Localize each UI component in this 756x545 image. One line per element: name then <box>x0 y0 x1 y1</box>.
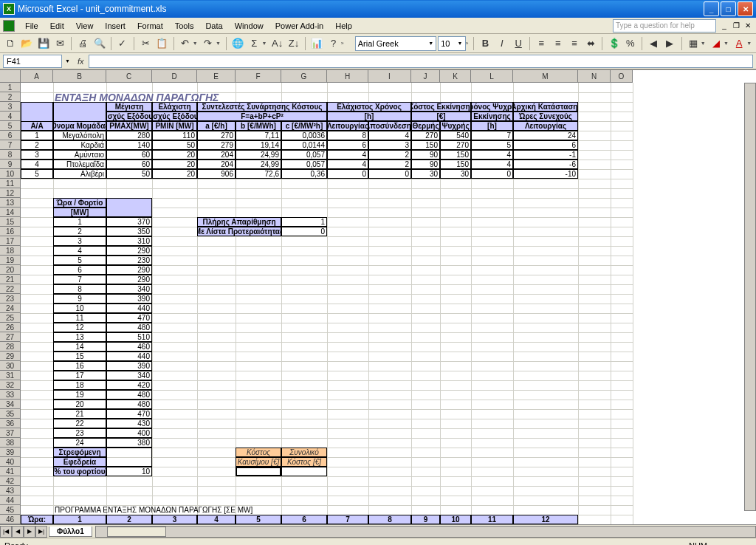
sum-drop[interactable]: ▼ <box>262 41 269 46</box>
cell[interactable]: Κόστος Εκκίνησης <box>411 102 471 112</box>
row-header-31[interactable]: 31 <box>0 371 21 380</box>
cell[interactable]: 150 <box>411 140 440 150</box>
cell[interactable]: 1 <box>53 217 106 227</box>
chart-button[interactable]: 📊 <box>309 35 324 52</box>
cell[interactable]: 10 <box>106 467 152 476</box>
cell[interactable]: Πλήρης Απαρίθμηση <box>197 217 281 227</box>
cell[interactable]: 2 <box>21 140 53 150</box>
row-header-3[interactable]: 3 <box>0 102 21 112</box>
bold-button[interactable]: B <box>478 35 492 52</box>
cell[interactable]: Εκκίνησης <box>471 112 513 121</box>
cell[interactable]: 290 <box>106 265 152 275</box>
cell[interactable]: 3 <box>368 140 411 150</box>
cell[interactable]: 24,99 <box>236 160 281 169</box>
cell[interactable]: 20 <box>152 169 197 179</box>
new-button[interactable]: 🗋 <box>3 35 18 52</box>
row-header-9[interactable]: 9 <box>0 160 21 169</box>
preview-button[interactable]: 🔍 <box>92 35 106 52</box>
align-left-button[interactable]: ≡ <box>534 35 549 52</box>
cut-button[interactable]: ✂ <box>138 35 153 52</box>
menu-format[interactable]: Format <box>131 20 169 32</box>
cell[interactable]: 72,6 <box>236 169 281 179</box>
open-button[interactable]: 📂 <box>19 35 34 52</box>
sheet-area[interactable]: ABCDEFGHIJKLMNO 123456789101112131415161… <box>0 69 756 524</box>
cell[interactable]: 6 <box>327 140 368 150</box>
col-header-M[interactable]: M <box>513 70 578 83</box>
col-header-I[interactable]: I <box>368 70 411 83</box>
col-header-K[interactable]: K <box>440 70 471 83</box>
cell[interactable]: 340 <box>106 284 152 294</box>
cell[interactable]: 7 <box>53 275 106 284</box>
doc-minimize-button[interactable]: _ <box>719 21 729 31</box>
cell[interactable]: 290 <box>106 275 152 284</box>
cell[interactable]: Εφεδρεία <box>53 457 106 467</box>
cell[interactable]: Α/Α <box>21 121 53 131</box>
cell[interactable]: 19 <box>53 390 106 400</box>
cell[interactable]: Ώρες Συνεχούς <box>513 112 578 121</box>
cell[interactable]: 10 <box>440 515 471 524</box>
row-header-21[interactable]: 21 <box>0 275 21 284</box>
cell[interactable]: c [€/MW²h] <box>281 121 327 131</box>
spell-button[interactable]: ✓ <box>115 35 130 52</box>
menu-file[interactable]: File <box>19 20 44 32</box>
cell[interactable]: PMIN [MW] <box>152 121 197 131</box>
horizontal-scrollbar[interactable] <box>95 526 756 538</box>
name-box-drop[interactable]: ▼ <box>65 58 70 64</box>
sort-asc-button[interactable]: A↓ <box>269 35 284 52</box>
cell[interactable]: 7 <box>471 131 513 140</box>
row-header-32[interactable]: 32 <box>0 380 21 390</box>
row-header-26[interactable]: 26 <box>0 323 21 332</box>
cell[interactable]: 24 <box>513 131 578 140</box>
row-header-35[interactable]: 35 <box>0 409 21 419</box>
minimize-button[interactable]: _ <box>704 1 719 16</box>
cell[interactable]: [h] <box>471 121 513 131</box>
row-header-4[interactable]: 4 <box>0 112 21 121</box>
cell[interactable]: 60 <box>106 160 152 169</box>
cell[interactable]: 480 <box>106 400 152 409</box>
col-header-H[interactable]: H <box>327 70 368 83</box>
tab-last-button[interactable]: ▶| <box>35 526 47 538</box>
cell[interactable]: 15 <box>53 352 106 361</box>
row-header-17[interactable]: 17 <box>0 236 21 246</box>
cell[interactable]: 0,057 <box>281 160 327 169</box>
row-header-11[interactable]: 11 <box>0 179 21 188</box>
cell[interactable]: 3 <box>53 236 106 246</box>
cell[interactable]: Κόστος <box>236 448 281 457</box>
align-center-button[interactable]: ≡ <box>551 35 566 52</box>
cell[interactable]: 20 <box>152 150 197 160</box>
cell[interactable]: 8 <box>327 131 368 140</box>
cell[interactable]: 14 <box>53 342 106 352</box>
cell[interactable]: 1 <box>281 217 327 227</box>
row-header-10[interactable]: 10 <box>0 169 21 179</box>
cell[interactable]: [€] <box>411 112 471 121</box>
border-button[interactable]: ▦ <box>685 35 700 52</box>
cell[interactable]: 440 <box>106 304 152 313</box>
cell[interactable]: 6 <box>513 140 578 150</box>
cell[interactable]: Ισχύς Εξόδου <box>152 112 197 121</box>
col-header-F[interactable]: F <box>236 70 281 83</box>
cell[interactable]: 24,99 <box>236 150 281 160</box>
underline-button[interactable]: U <box>511 35 526 52</box>
cell[interactable] <box>106 448 152 467</box>
cell[interactable]: 23 <box>53 428 106 438</box>
cell[interactable]: 17 <box>53 371 106 380</box>
cell[interactable]: 90 <box>411 160 440 169</box>
cell[interactable]: Πτολεμαΐδα <box>53 160 106 169</box>
row-header-2[interactable]: 2 <box>0 92 21 102</box>
cell[interactable]: 204 <box>197 150 236 160</box>
row-header-30[interactable]: 30 <box>0 361 21 371</box>
cell[interactable]: 480 <box>106 390 152 400</box>
cell[interactable]: 9 <box>53 294 106 304</box>
cell[interactable]: 20 <box>53 400 106 409</box>
cell[interactable]: 540 <box>440 131 471 140</box>
row-header-22[interactable]: 22 <box>0 284 21 294</box>
size-select[interactable]: 10▼ <box>438 36 465 51</box>
cell[interactable]: 21 <box>53 409 106 419</box>
name-box[interactable]: F41 <box>3 55 62 68</box>
cell[interactable]: 420 <box>106 380 152 390</box>
row-header-6[interactable]: 6 <box>0 131 21 140</box>
row-header-16[interactable]: 16 <box>0 227 21 236</box>
cell[interactable]: 279 <box>197 140 236 150</box>
cell[interactable]: 10 <box>53 304 106 313</box>
cell[interactable]: 2 <box>53 227 106 236</box>
